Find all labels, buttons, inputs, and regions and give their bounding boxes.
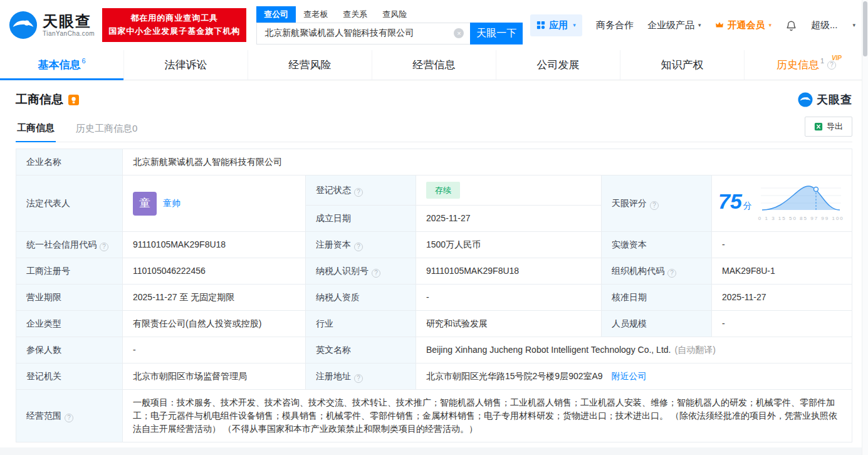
nav-super[interactable]: 超级...: [811, 19, 838, 31]
help-icon[interactable]: ?: [354, 374, 363, 383]
field-label-taxpayer-id: 纳税人识别号?: [306, 258, 416, 285]
field-label-legal-rep: 法定代表人: [16, 175, 123, 232]
field-label-text: 登记状态: [316, 185, 351, 195]
value-reg-number: 110105046222456: [123, 258, 306, 285]
value-approval-date: 2025-11-27: [712, 285, 852, 311]
tab-label: 经营信息: [413, 58, 456, 72]
field-label-approval-date: 核准日期: [602, 285, 712, 311]
table-row: 工商注册号 110105046222456 纳税人识别号? 91110105MA…: [16, 258, 852, 285]
nav-super-label: 超级...: [811, 19, 838, 31]
status-badge: 存续: [426, 182, 460, 199]
watermark-brand-name: 天眼查: [817, 92, 852, 107]
nearby-companies-link[interactable]: 附近公司: [612, 371, 647, 381]
chevron-down-icon: ▾: [768, 22, 771, 28]
nav-vip-label: 开通会员: [727, 19, 765, 31]
tab-operating-risk[interactable]: 经营风险: [248, 50, 372, 80]
export-label: 导出: [827, 121, 843, 132]
chevron-down-icon: ▾: [573, 22, 576, 28]
logo-subtitle: TianYanCha.com: [43, 30, 95, 37]
tab-count: 1: [820, 57, 824, 65]
score-distribution-curve: [761, 182, 841, 211]
table-row: 企业类型 有限责任公司(自然人投资或控股) 行业 研究和试验发展 人员规模 -: [16, 311, 852, 337]
value-legal-rep: 童 童帅: [123, 175, 306, 232]
export-button[interactable]: 导出: [805, 117, 852, 137]
auto-translate-note: (自动翻译): [674, 345, 715, 355]
field-label-taxpayer-quality: 纳税人资质: [306, 285, 416, 311]
nav-enterprise-label: 企业级产品: [647, 19, 694, 31]
value-taxpayer-quality: -: [416, 285, 602, 311]
legal-rep-avatar[interactable]: 童: [133, 192, 157, 216]
search-tabs: 查公司 查老板 查关系 查风险: [256, 6, 523, 23]
tab-label: 知识产权: [661, 58, 704, 72]
help-icon[interactable]: ?: [354, 188, 363, 197]
search-tab-boss[interactable]: 查老板: [296, 6, 335, 23]
subtab-business-info[interactable]: 工商信息: [16, 115, 56, 142]
search-button[interactable]: 天眼一下: [470, 23, 523, 44]
help-icon[interactable]: ?: [650, 201, 659, 210]
excel-export-icon: [814, 122, 823, 131]
watermark-brand: 天眼查: [798, 92, 852, 107]
page-bottom-gap: [0, 447, 862, 455]
tab-history-info[interactable]: VIP 历史信息1 ?: [745, 50, 868, 80]
value-credit-code: 91110105MAK29F8U18: [123, 232, 306, 258]
field-label-text: 统一社会信用代码: [26, 239, 97, 249]
value-industry: 研究和试验发展: [416, 311, 602, 337]
notification-bell-icon[interactable]: [785, 19, 797, 31]
value-biz-term: 2025-11-27 至 无固定期限: [123, 285, 306, 311]
vip-badge: VIP: [832, 55, 842, 61]
tab-legal-proceedings[interactable]: 法律诉讼: [124, 50, 248, 80]
tab-company-development[interactable]: 公司发展: [496, 50, 620, 80]
search-tab-relation[interactable]: 查关系: [335, 6, 375, 23]
field-label-company-type: 企业类型: [16, 311, 123, 337]
nav-apps-label: 应用: [549, 19, 568, 31]
value-reg-capital: 1500万人民币: [416, 232, 602, 258]
nav-cooperation-label: 商务合作: [596, 19, 634, 31]
nav-enterprise[interactable]: 企业级产品 ▾: [647, 19, 701, 31]
subtab-history-business-info[interactable]: 历史工商信息0: [75, 116, 139, 142]
section-title: 工商信息: [16, 92, 63, 108]
tab-label: 历史信息: [776, 58, 819, 72]
help-icon[interactable]: ?: [372, 269, 380, 278]
table-row: 统一社会信用代码? 91110105MAK29F8U18 注册资本? 1500万…: [16, 232, 852, 258]
nav-cooperation[interactable]: 商务合作: [596, 19, 634, 31]
field-label-paid-capital: 实缴资本: [602, 232, 712, 258]
field-label-text: 注册地址: [316, 371, 351, 381]
nav-more-chevron-icon[interactable]: ▾: [852, 22, 855, 28]
company-section-tabs: 基本信息6 法律诉讼 经营风险 经营信息 公司发展 知识产权 VIP 历史信息1…: [0, 50, 868, 80]
promo-line-2: 国家中小企业发展子基金旗下机构: [108, 25, 240, 38]
help-icon[interactable]: ?: [667, 269, 676, 278]
search-input[interactable]: [256, 23, 470, 44]
field-label-text: 经营范围: [26, 411, 61, 421]
nav-vip[interactable]: 开通会员 ▾: [714, 19, 771, 31]
tab-intellectual-property[interactable]: 知识产权: [620, 50, 745, 80]
field-label-reg-number: 工商注册号: [16, 258, 123, 285]
help-icon[interactable]: ?: [354, 243, 363, 251]
help-icon[interactable]: ?: [827, 61, 836, 70]
value-insured: -: [123, 337, 306, 363]
score-number: 75分: [718, 195, 752, 212]
field-label-reg-status: 登记状态?: [306, 175, 416, 206]
top-nav: 应用 ▾ 商务合作 企业级产品 ▾ 开通会员 ▾ 超级... ▾: [530, 14, 859, 36]
search-tab-risk[interactable]: 查风险: [375, 6, 414, 23]
scrollbar[interactable]: [862, 0, 868, 455]
tianyancha-logo[interactable]: 天眼查 TianYanCha.com: [9, 11, 95, 39]
business-info-table: 企业名称 北京新航聚诚机器人智能科技有限公司 法定代表人 童 童帅 登记状态? …: [16, 149, 852, 442]
field-label-address: 注册地址?: [306, 363, 416, 390]
field-label-biz-scope: 经营范围?: [16, 390, 123, 442]
score-chart: 0 1 3 15 50 85 97 99 100: [758, 182, 844, 225]
help-icon[interactable]: ?: [100, 243, 108, 251]
search-tab-company[interactable]: 查公司: [256, 6, 296, 23]
help-icon[interactable]: ?: [65, 414, 73, 422]
nav-apps[interactable]: 应用 ▾: [530, 14, 582, 36]
field-label-biz-term: 营业期限: [16, 285, 123, 311]
scrollbar-thumb[interactable]: [863, 1, 867, 56]
legal-rep-link[interactable]: 童帅: [163, 197, 180, 210]
field-label-industry: 行业: [306, 311, 416, 337]
clear-search-icon[interactable]: ×: [454, 28, 464, 38]
value-reg-status: 存续: [416, 175, 602, 206]
field-label-text: 纳税人识别号: [316, 266, 369, 276]
field-label-text: 天眼评分: [612, 198, 647, 208]
tab-operating-info[interactable]: 经营信息: [372, 50, 496, 80]
tab-basic-info[interactable]: 基本信息6: [0, 50, 124, 80]
table-row: 企业名称 北京新航聚诚机器人智能科技有限公司: [16, 149, 852, 175]
